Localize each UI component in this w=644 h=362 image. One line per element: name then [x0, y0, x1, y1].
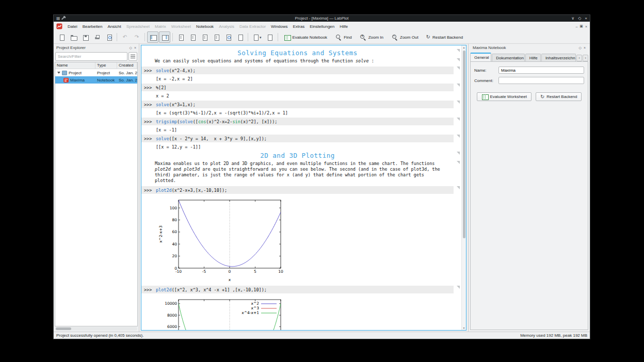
maximize-button[interactable]: ◇ [578, 17, 581, 21]
notebook-command-cell[interactable]: >>>trigsimp(solve([cos(x)^2-x=2-sin(x)^2… [141, 118, 454, 125]
expander-icon[interactable] [57, 72, 60, 74]
float-panel-icon[interactable]: ◇ [130, 46, 132, 50]
close-panel-icon[interactable]: × [134, 46, 136, 50]
cell-fold-marker[interactable] [457, 84, 460, 87]
cell-fold-marker[interactable] [457, 186, 460, 189]
restart-backend-button[interactable]: ↻ Restart Backend [423, 31, 467, 43]
notebook-worksheet[interactable]: Solving Equations and SystemsWe can easi… [141, 45, 466, 331]
print-preview-icon [106, 34, 112, 41]
restart-backend-button-panel[interactable]: ↻ Restart Backend [536, 92, 582, 101]
scroll-down-icon[interactable]: ▼ [463, 326, 465, 330]
insert-command-entry-button[interactable] [175, 31, 186, 43]
search-input[interactable] [55, 52, 127, 61]
scrollbar-thumb[interactable] [463, 51, 465, 238]
horizontal-scrollbar[interactable] [55, 327, 137, 331]
insert-latex-entry-button[interactable] [211, 31, 222, 43]
cell-fold-marker[interactable] [457, 161, 460, 164]
tab-general[interactable]: General [470, 53, 491, 61]
print-button[interactable] [91, 31, 103, 43]
menu-datei[interactable]: Datei [65, 23, 80, 30]
toolbar-separator [278, 33, 278, 41]
filter-options-button[interactable] [128, 52, 137, 61]
notebook-command-cell[interactable]: >>>plot2d([x^2, x^3, x^4 -x +1] ,[x,-10,… [141, 286, 454, 293]
cell-fold-marker[interactable] [457, 135, 460, 138]
notebook-command-cell[interactable]: >>>solve(x^3=1,x); [141, 101, 454, 108]
tab-scroll-left-button[interactable]: ‹ [576, 55, 582, 61]
desktop-background: ▦ Project - [Maxima] — LabPlot ∨ ◇ × Dat… [0, 0, 644, 362]
name-field[interactable] [498, 67, 584, 74]
titlebar[interactable]: ▦ Project - [Maxima] — LabPlot ∨ ◇ × [54, 15, 590, 22]
cell-command[interactable]: solve(x^3=1,x); [156, 102, 196, 107]
mdi-minimize-icon[interactable]: – [575, 25, 577, 28]
notebook-command-cell[interactable]: >>>%[2] [141, 84, 454, 91]
toggle-project-explorer-button[interactable] [147, 31, 158, 43]
insert-markdown-entry-button[interactable] [199, 31, 210, 43]
zoom-out-button[interactable]: − Zoom Out [388, 31, 422, 43]
scrollbar-thumb[interactable] [56, 327, 71, 330]
evaluate-worksheet-button[interactable]: Evaluate Worksheet [477, 92, 532, 101]
insert-text-entry-button[interactable] [187, 31, 198, 43]
cell-fold-marker[interactable] [457, 67, 460, 70]
cell-command[interactable]: plot2d(x^2-x+3,[x,-10,10]); [156, 188, 227, 193]
mdi-restore-icon[interactable]: ▣ [579, 24, 583, 28]
shade-button[interactable]: ∨ [571, 17, 574, 21]
notebook-command-cell[interactable]: >>>plot2d(x^2-x+3,[x,-10,10]); [141, 186, 454, 194]
tree-row-project[interactable]: ProjectProjectSo. Jan. 2 18: [55, 69, 137, 76]
menu-hilfe[interactable]: Hilfe [337, 23, 350, 30]
vertical-scrollbar[interactable]: ▲ ▼ [461, 45, 466, 330]
float-panel-icon[interactable]: ◇ [579, 46, 582, 50]
menu-einstellungen[interactable]: Einstellungen [307, 23, 337, 30]
find-button[interactable]: Find [331, 31, 356, 43]
column-header-created[interactable]: Created [117, 62, 137, 69]
cell-command[interactable]: %[2] [156, 85, 166, 90]
cell-fold-marker[interactable] [457, 58, 460, 61]
notebook-command-cell[interactable]: >>>solve([x - 2*y = 14, x + 3*y = 9],[x,… [141, 135, 454, 142]
menu-windows[interactable]: Windows [268, 23, 290, 30]
tab-inhaltsverzeichn[interactable]: Inhaltsverzeichn [541, 54, 576, 61]
cell-fold-marker[interactable] [457, 101, 460, 104]
scroll-up-icon[interactable]: ▲ [463, 46, 465, 49]
evaluate-notebook-button[interactable]: Evaluate Notebook [280, 31, 331, 43]
close-panel-icon[interactable]: × [584, 46, 586, 50]
app-icon: ▦ [56, 17, 60, 21]
cell-command[interactable]: solve(x^2-4,x); [156, 68, 196, 73]
notebook-plot-output[interactable]: -10-505100200040006000800010000xx^2x^3x^… [157, 295, 454, 330]
tab-dokumentation[interactable]: Dokumentation [492, 54, 525, 61]
insert-pagebreak-button[interactable] [234, 31, 246, 43]
text-segment: and [171, 167, 184, 172]
save-project-button[interactable] [79, 31, 91, 43]
cell-fold-marker[interactable] [457, 152, 460, 155]
mdi-close-icon[interactable]: × [585, 25, 587, 28]
cell-command[interactable]: solve([x - 2*y = 14, x + 3*y = 9],[x,y])… [156, 136, 267, 141]
menu-bearbeiten[interactable]: Bearbeiten [80, 23, 105, 30]
insert-image-entry-button[interactable] [222, 31, 234, 43]
menu-data-extractor: Data Extractor [237, 23, 268, 30]
toggle-properties-button[interactable] [159, 31, 170, 43]
cell-fold-marker[interactable] [457, 49, 460, 52]
pin-icon[interactable] [61, 17, 64, 20]
menu-extras[interactable]: Extras [291, 23, 308, 30]
comment-field[interactable] [498, 77, 584, 84]
new-project-button[interactable] [56, 31, 67, 43]
notebook-plot-output[interactable]: -10-50510020406080100x^2-x+3x [157, 196, 454, 284]
tab-hilfe[interactable]: Hilfe [525, 54, 541, 61]
zoom-in-button[interactable]: + Zoom In [356, 31, 387, 43]
tab-scroll-right-button[interactable]: › [583, 55, 588, 61]
column-header-name[interactable]: Name [55, 62, 95, 69]
menu-notebook[interactable]: Notebook [194, 23, 216, 30]
project-explorer-header[interactable]: Project Explorer ◇ × [54, 44, 139, 52]
tree-row-maxima[interactable]: MaximaNotebookSo. Jan. 2 18: [55, 76, 137, 84]
cell-fold-marker[interactable] [457, 118, 460, 121]
properties-header[interactable]: Maxima Notebook ◇ × [470, 44, 588, 52]
column-header-type[interactable]: Type [95, 62, 117, 69]
cell-command[interactable]: trigsimp(solve([cos(x)^2-x=2-sin(x)^2], … [156, 119, 277, 124]
cell-command[interactable]: plot2d([x^2, x^3, x^4 -x +1] ,[x,-10,10]… [156, 287, 267, 292]
remove-entry-button[interactable] [264, 31, 276, 43]
close-button[interactable]: × [585, 17, 587, 21]
print-preview-button[interactable] [103, 31, 115, 43]
new-entry-dropdown[interactable]: ▾ [250, 31, 264, 43]
notebook-command-cell[interactable]: >>>solve(x^2-4,x); [141, 67, 454, 74]
cell-fold-marker[interactable] [457, 286, 460, 289]
open-project-button[interactable] [68, 31, 79, 43]
menu-ansicht[interactable]: Ansicht [105, 23, 123, 30]
